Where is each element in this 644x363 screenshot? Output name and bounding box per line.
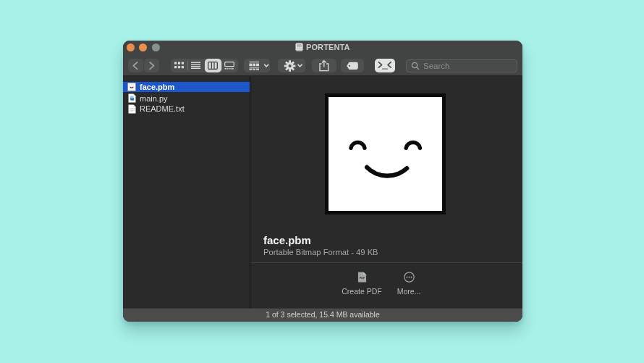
- svg-text:PDF: PDF: [359, 277, 365, 280]
